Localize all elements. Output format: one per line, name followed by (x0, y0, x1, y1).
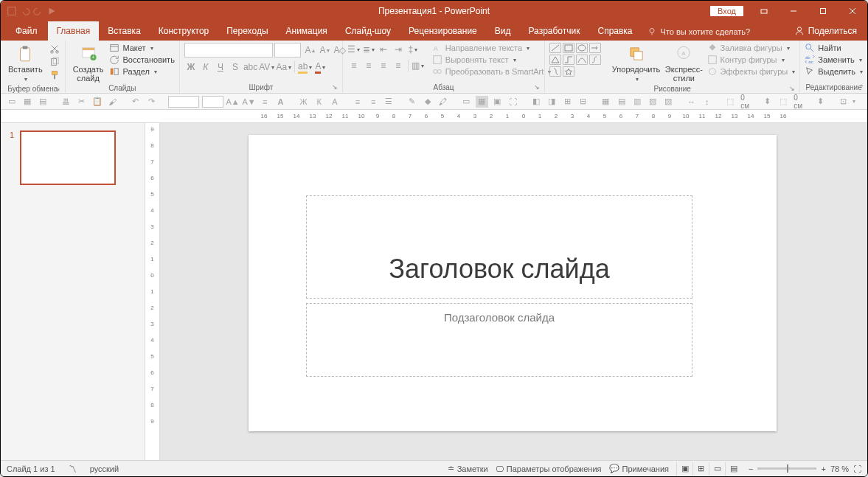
qat-redo-icon[interactable] (33, 6, 44, 16)
convert-smartart-button[interactable]: Преобразовать в SmartArt▾ (432, 66, 551, 77)
tb-overflow[interactable]: ▾ (853, 98, 855, 105)
tb-icon[interactable]: ⊞ (561, 96, 574, 108)
text-direction-button[interactable]: AНаправление текста▾ (432, 43, 551, 53)
shape-fill-button[interactable]: Заливка фигуры▾ (707, 43, 796, 53)
paste-button[interactable]: Вставить▾ (5, 43, 46, 83)
slide-thumbnails-pane[interactable]: 1 (1, 123, 145, 460)
display-settings-button[interactable]: 🖵 Параметры отображения (496, 464, 602, 473)
tb-icon[interactable]: 🖍 (437, 96, 449, 108)
tb-icon[interactable]: ≡ (259, 96, 271, 108)
justify-button[interactable]: ≡ (392, 59, 405, 72)
align-left-button[interactable]: ≡ (347, 59, 361, 72)
shapes-gallery[interactable] (549, 43, 608, 77)
increase-font-icon[interactable]: A▲ (304, 43, 317, 57)
qat-undo-icon[interactable] (20, 6, 30, 16)
shape-curve-icon[interactable] (576, 55, 588, 65)
strike-button[interactable]: S (229, 60, 242, 74)
section-button[interactable]: Раздел▾ (109, 66, 174, 77)
align-right-button[interactable]: ≡ (377, 59, 390, 72)
tb-icon[interactable]: A▲ (226, 96, 240, 108)
tb-icon[interactable]: ⛶ (507, 96, 519, 108)
tab-design[interactable]: Конструктор (150, 21, 218, 41)
maximize-button[interactable] (808, 1, 838, 21)
zoom-in-button[interactable]: + (821, 464, 825, 473)
tb-icon[interactable]: ▦ (21, 96, 33, 108)
inc-indent-button[interactable]: ⇥ (392, 43, 405, 56)
shadow-button[interactable]: abc (243, 60, 257, 74)
tb-spinner[interactable]: ⬍ (814, 96, 827, 108)
tb-size-combo[interactable] (202, 96, 223, 108)
select-button[interactable]: Выделить▾ (805, 66, 863, 77)
tb-icon[interactable]: ▦ (600, 96, 612, 108)
zoom-out-button[interactable]: − (749, 464, 753, 473)
tab-file[interactable]: Файл (5, 21, 48, 41)
slideshow-view-button[interactable]: ▤ (725, 462, 741, 476)
tb-icon[interactable]: 🖶 (60, 96, 72, 108)
format-painter-icon[interactable] (49, 69, 60, 81)
shape-effects-button[interactable]: Эффекты фигуры▾ (707, 66, 796, 77)
tb-icon[interactable]: ▤ (615, 96, 628, 108)
tb-icon[interactable]: ↷ (145, 96, 158, 108)
shape-triangle-icon[interactable] (549, 55, 561, 65)
tb-icon[interactable]: ▥ (631, 96, 643, 108)
clipboard-launcher-icon[interactable]: ↘ (55, 85, 60, 92)
highlight-button[interactable]: ab▾ (298, 60, 312, 74)
sorter-view-button[interactable]: ⊞ (692, 462, 709, 476)
shape-oval-icon[interactable] (576, 43, 588, 53)
align-center-button[interactable]: ≡ (362, 59, 375, 72)
tb-icon[interactable]: ▭ (459, 96, 472, 108)
tb-icon[interactable]: ⬚ (777, 96, 789, 108)
tb-icon[interactable]: ◧ (530, 96, 542, 108)
status-slide-counter[interactable]: Слайд 1 из 1 (7, 464, 55, 473)
zoom-slider[interactable] (757, 467, 816, 470)
tb-icon[interactable]: ▭ (5, 96, 18, 108)
arrange-button[interactable]: Упорядочить▾ (611, 43, 661, 83)
numbering-button[interactable]: ≣▾ (362, 43, 375, 56)
tb-icon[interactable]: ☰ (383, 96, 395, 108)
font-size-combo[interactable] (274, 43, 301, 58)
qat-save-icon[interactable] (7, 6, 17, 16)
tb-icon[interactable]: ▤ (37, 96, 49, 108)
slide-canvas[interactable]: Заголовок слайда Подзаголовок слайда (160, 123, 867, 460)
tb-icon[interactable]: К (313, 96, 325, 108)
decrease-font-icon[interactable]: A▼ (319, 43, 332, 57)
tb-icon[interactable]: ▣ (491, 96, 504, 108)
replace-button[interactable]: abacЗаменить▾ (805, 55, 863, 65)
underline-button[interactable]: Ч (214, 60, 227, 74)
tab-slideshow[interactable]: Слайд-шоу (336, 21, 400, 41)
cut-icon[interactable] (49, 43, 60, 55)
zoom-level[interactable]: 78 % (830, 464, 849, 473)
ribbon-display-options-button[interactable] (749, 1, 779, 21)
tab-developer[interactable]: Разработчик (519, 21, 588, 41)
bullets-button[interactable]: ☰▾ (347, 43, 361, 56)
char-spacing-button[interactable]: AV▾ (259, 60, 274, 74)
fit-to-window-button[interactable]: ⛶ (853, 464, 861, 473)
tab-insert[interactable]: Вставка (99, 21, 150, 41)
shape-outline-button[interactable]: Контур фигуры▾ (707, 55, 796, 65)
tb-icon[interactable]: ◨ (545, 96, 558, 108)
tb-icon[interactable]: ◆ (421, 96, 434, 108)
italic-button[interactable]: К (199, 60, 212, 74)
tb-icon[interactable]: ✂ (75, 96, 88, 108)
tab-help[interactable]: Справка (588, 21, 641, 41)
tb-icon[interactable]: 📋 (91, 96, 103, 108)
tb-spinner[interactable]: ⬍ (761, 96, 774, 108)
tb-icon[interactable]: ≡ (351, 96, 364, 108)
tab-transitions[interactable]: Переходы (218, 21, 277, 41)
layout-button[interactable]: Макет▾ (109, 43, 174, 53)
notes-button[interactable]: ≐ Заметки (448, 464, 488, 473)
tb-font-combo[interactable] (168, 96, 199, 108)
qat-start-icon[interactable] (46, 6, 57, 16)
comments-button[interactable]: 💬 Примечания (609, 464, 670, 473)
font-family-combo[interactable] (184, 43, 273, 58)
tb-icon[interactable]: A (274, 96, 287, 108)
tb-icon[interactable]: ⊟ (577, 96, 589, 108)
tab-view[interactable]: Вид (486, 21, 520, 41)
tab-home[interactable]: Главная (48, 21, 100, 41)
share-button[interactable]: Поделиться (784, 26, 867, 41)
find-button[interactable]: Найти (805, 43, 863, 53)
font-color-button[interactable]: A▾ (313, 60, 327, 74)
tb-icon[interactable]: ▦ (476, 96, 488, 108)
tell-me-search[interactable]: Что вы хотите сделать? (642, 27, 757, 41)
reset-button[interactable]: Восстановить (109, 55, 174, 65)
